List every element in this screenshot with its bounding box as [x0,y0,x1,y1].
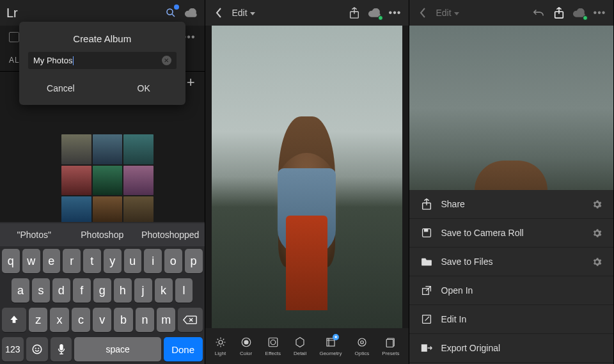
cloud-sync-icon[interactable] [368,6,382,20]
key-k[interactable]: k [155,278,173,303]
share-icon[interactable] [552,6,566,20]
svg-point-13 [361,341,364,344]
key-u[interactable]: u [124,249,142,273]
menu-label: Open In [441,285,473,296]
suggestion-bar: "Photos" Photoshop Photoshopped [0,223,205,246]
key-n[interactable]: n [136,308,154,332]
tool-color[interactable]: Color [240,336,253,356]
key-t[interactable]: t [83,249,101,273]
key-l[interactable]: l [175,278,193,303]
list-item[interactable] [93,166,123,196]
key-b[interactable]: b [114,308,132,332]
more-icon[interactable]: ••• [593,6,607,20]
suggestion[interactable]: Photoshop [68,230,137,240]
save-icon [421,227,432,239]
menu-item-export-original[interactable]: Export Original [409,334,613,363]
key-j[interactable]: j [134,278,152,303]
key-a[interactable]: a [12,278,29,303]
list-item[interactable] [93,134,123,164]
tool-presets[interactable]: Presets [382,336,399,356]
cloud-sync-icon[interactable] [572,6,586,20]
key-shift[interactable] [2,308,26,332]
editin-icon [421,313,432,325]
menu-item-share[interactable]: Share [409,190,613,219]
create-album-dialog: Create Album My Photos ✕ Cancel OK [19,22,185,105]
tool-optics[interactable]: Optics [355,336,370,356]
tool-light[interactable]: Light [214,336,227,356]
key-s[interactable]: s [32,278,50,303]
share-icon[interactable] [347,6,361,20]
export-icon [421,342,432,354]
clear-input-icon[interactable]: ✕ [162,56,171,65]
key-emoji[interactable] [26,337,48,361]
list-item[interactable] [61,166,91,196]
edit-dropdown[interactable]: Edit [232,8,255,18]
back-icon[interactable] [212,6,226,20]
suggestion[interactable]: "Photos" [0,230,68,240]
key-r[interactable]: r [63,249,81,273]
list-item[interactable] [123,166,154,196]
edit-dropdown[interactable]: Edit [436,8,459,18]
tool-label: Geometry [319,351,342,356]
menu-item-save-to-files[interactable]: Save to Files [409,248,613,276]
suggestion[interactable]: Photoshopped [136,230,205,240]
key-y[interactable]: y [104,249,122,273]
menu-label: Save to Camera Roll [441,228,524,238]
edit-toolbar: LightColorEffectsDetail★GeometryOpticsPr… [205,328,409,364]
cloud-icon[interactable] [184,6,198,20]
more-icon[interactable]: ••• [388,6,402,20]
list-item[interactable] [123,134,154,164]
color-icon [240,336,253,349]
gear-icon[interactable] [592,228,602,238]
album-name-value: My Photos [33,56,72,65]
key-i[interactable]: i [144,249,162,273]
photo-canvas[interactable] [409,26,613,190]
key-space[interactable]: space [74,337,161,361]
key-e[interactable]: e [43,249,61,273]
album-name-input[interactable]: My Photos ✕ [28,52,177,69]
key-numbers[interactable]: 123 [2,337,24,361]
add-button[interactable]: + [187,74,196,91]
key-d[interactable]: d [52,278,70,303]
key-h[interactable]: h [114,278,132,303]
svg-point-6 [219,340,223,344]
photo-thumb-icon [9,32,19,42]
key-g[interactable]: g [93,278,111,303]
menu-item-open-in[interactable]: Open In [409,276,613,305]
search-icon[interactable] [164,6,178,20]
ok-button[interactable]: OK [102,75,185,101]
key-z[interactable]: z [29,308,47,332]
svg-point-10 [271,340,276,345]
key-p[interactable]: p [185,249,203,273]
key-w[interactable]: w [22,249,40,273]
gear-icon[interactable] [592,257,602,267]
menu-item-edit-in[interactable]: Edit In [409,305,613,334]
undo-icon[interactable] [531,6,546,20]
photo-canvas[interactable] [212,26,402,328]
key-q[interactable]: q [2,249,20,273]
gear-icon[interactable] [592,200,602,209]
back-icon[interactable] [416,6,430,20]
key-f[interactable]: f [73,278,91,303]
key-o[interactable]: o [164,249,182,273]
tool-detail[interactable]: Detail [294,336,306,356]
key-v[interactable]: v [93,308,111,332]
key-done[interactable]: Done [164,337,203,361]
key-backspace[interactable] [178,308,202,332]
list-item[interactable] [61,134,91,164]
menu-label: Edit In [441,314,467,324]
svg-rect-9 [269,338,278,347]
svg-point-8 [244,340,248,344]
chevron-down-icon [454,12,459,15]
light-icon [214,336,227,349]
tool-effects[interactable]: Effects [265,336,281,356]
pane-share: Edit ••• ShareSave to Camera RollSave to… [409,0,613,364]
cancel-button[interactable]: Cancel [19,75,102,101]
key-mic[interactable] [51,337,72,361]
key-x[interactable]: x [50,308,68,332]
menu-item-save-to-camera-roll[interactable]: Save to Camera Roll [409,219,613,248]
tool-geometry[interactable]: ★Geometry [319,336,342,356]
key-m[interactable]: m [157,308,175,332]
menu-label: Share [441,199,465,209]
key-c[interactable]: c [72,308,90,332]
